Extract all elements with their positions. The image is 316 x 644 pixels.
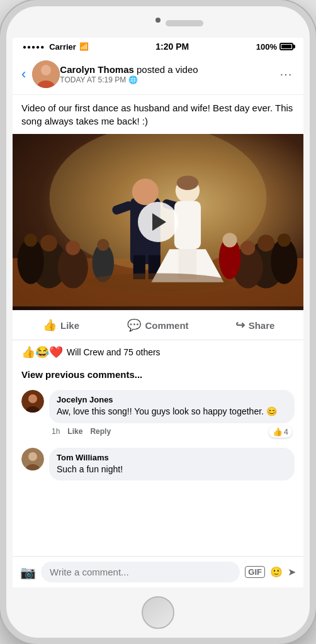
status-battery: 100% [256,42,293,52]
svg-point-19 [132,179,159,205]
comment-jocelyn-bubble: Jocelyn Jones Aw, love this song!! You g… [49,390,295,423]
signal-dots: ●●●●● [23,43,45,50]
input-extras: GIF 🙂 ➤ [245,566,296,578]
comment-jocelyn-like[interactable]: Like [67,427,82,436]
like-icon: 👍 [43,318,57,332]
svg-point-30 [223,233,237,247]
svg-point-28 [177,175,199,190]
share-label: Share [249,320,275,331]
svg-point-11 [24,233,37,247]
view-previous-comments[interactable]: View previous comments... [13,364,303,385]
play-icon [152,213,166,231]
comment-jocelyn: Jocelyn Jones Aw, love this song!! You g… [13,385,303,443]
svg-point-17 [278,233,291,247]
status-signal: ●●●●● Carrier 📶 [23,42,89,52]
comment-tom: Tom Williams Such a fun night! [13,443,303,486]
svg-point-35 [28,394,37,403]
avatar-tom [21,448,44,470]
battery-icon [279,43,293,50]
camera-icon[interactable]: 📷 [20,565,36,580]
svg-point-38 [28,452,37,461]
gif-button[interactable]: GIF [245,566,265,578]
status-bar: ●●●●● Carrier 📶 1:20 PM 100% [13,38,303,54]
comment-input-bar: 📷 GIF 🙂 ➤ [13,556,303,587]
svg-point-16 [240,241,255,255]
scroll-content[interactable]: ‹ Carolyn Thomas posted a video TODAY AT… [13,54,303,587]
emoji-button[interactable]: 🙂 [270,566,283,578]
svg-point-9 [40,235,57,252]
comment-input[interactable] [41,562,240,582]
poster-action: posted a video [134,64,198,75]
comment-icon: 💬 [127,318,141,332]
comment-jocelyn-text: Aw, love this song!! You guys look so ha… [57,406,287,418]
svg-point-33 [86,273,230,291]
phone-frame: ●●●●● Carrier 📶 1:20 PM 100% ‹ [0,0,316,644]
action-bar: 👍 Like 💬 Comment ↪ Share [13,310,303,340]
comment-tom-bubble: Tom Williams Such a fun night! [49,448,295,481]
comment-reaction-count: 4 [284,427,288,436]
svg-rect-25 [174,201,201,249]
comment-tom-name: Tom Williams [57,453,287,462]
play-button[interactable] [138,202,178,242]
comment-jocelyn-reply[interactable]: Reply [90,427,111,436]
reactions-label: Will Crew and 75 others [67,347,161,357]
svg-point-15 [257,235,274,252]
avatar-jocelyn [21,390,44,413]
phone-screen: ●●●●● Carrier 📶 1:20 PM 100% ‹ [13,38,303,587]
carrier-label: Carrier [49,42,76,52]
post-meta: TODAY AT 5:19 PM 🌐 [60,75,277,84]
comment-jocelyn-actions: 1h Like Reply 👍 4 [49,426,295,438]
comment-jocelyn-content: Jocelyn Jones Aw, love this song!! You g… [49,390,295,438]
comment-jocelyn-time: 1h [52,427,60,436]
svg-point-32 [97,239,109,251]
home-button[interactable] [142,596,174,629]
like-label: Like [60,320,79,331]
svg-point-3 [42,65,50,74]
comment-like-emoji: 👍 [273,427,283,436]
reactions-row: 👍😂❤️ Will Crew and 75 others [13,340,303,364]
more-options-button[interactable]: ⋯ [277,64,295,84]
svg-point-10 [65,241,80,255]
share-button[interactable]: ↪ Share [206,313,303,337]
phone-speaker [166,20,203,26]
poster-name: Carolyn Thomas posted a video [60,64,277,75]
comment-label: Comment [145,320,188,331]
comment-jocelyn-reaction: 👍 4 [269,426,292,438]
share-icon: ↪ [235,318,245,332]
like-button[interactable]: 👍 Like [13,313,110,337]
battery-pct-label: 100% [256,42,277,52]
battery-fill [281,45,291,48]
comment-tom-content: Tom Williams Such a fun night! [49,448,295,481]
comment-jocelyn-name: Jocelyn Jones [57,395,287,404]
wifi-icon: 📶 [79,42,89,51]
post-header: ‹ Carolyn Thomas posted a video TODAY AT… [13,54,303,95]
comment-button[interactable]: 💬 Comment [110,313,206,337]
globe-icon: 🌐 [128,75,138,84]
video-thumbnail[interactable] [13,134,303,310]
avatar [32,60,60,88]
status-time: 1:20 PM [155,42,189,52]
send-button[interactable]: ➤ [288,566,296,578]
comment-tom-text: Such a fun night! [57,464,287,476]
post-text: Video of our first dance as husband and … [13,95,303,134]
poster-info: Carolyn Thomas posted a video TODAY AT 5… [60,64,277,84]
back-button[interactable]: ‹ [21,66,26,82]
like-reaction-emoji: 👍😂❤️ [21,345,63,359]
